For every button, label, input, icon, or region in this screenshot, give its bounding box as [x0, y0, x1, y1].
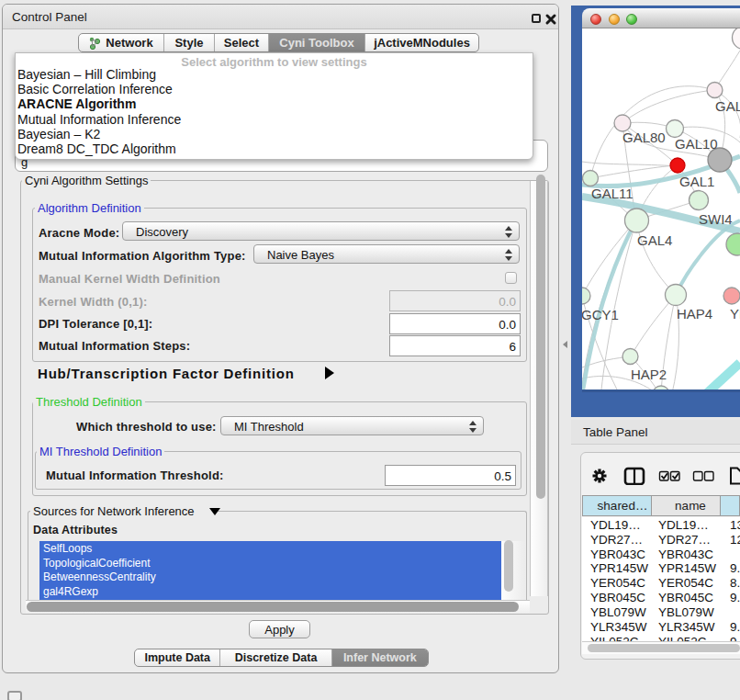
svg-text:YP: YP — [730, 306, 740, 322]
svg-text:HAP4: HAP4 — [677, 306, 712, 322]
svg-text:GAL1: GAL1 — [679, 174, 714, 189]
svg-text:GAL4: GAL4 — [637, 232, 672, 248]
svg-text:GCY1: GCY1 — [582, 307, 619, 322]
svg-text:SWI4: SWI4 — [699, 211, 733, 227]
svg-text:GAL80: GAL80 — [622, 130, 666, 145]
svg-text:GAL10: GAL10 — [675, 136, 718, 152]
svg-text:HAP2: HAP2 — [631, 367, 667, 382]
svg-text:GAL7: GAL7 — [715, 98, 740, 114]
svg-text:GAL11: GAL11 — [591, 186, 633, 201]
